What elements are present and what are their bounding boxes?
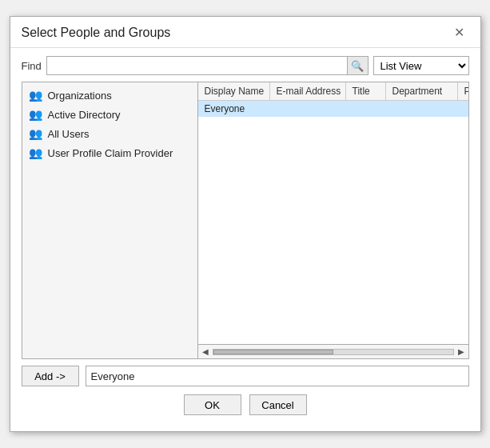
close-button[interactable]: ✕ — [449, 25, 469, 41]
scroll-track[interactable] — [213, 349, 454, 355]
tree-item-organizations[interactable]: 👥 Organizations — [22, 86, 197, 105]
tree-item-active-directory[interactable]: 👥 Active Directory — [22, 105, 197, 124]
active-directory-label: Active Directory — [48, 109, 121, 121]
selected-text-box: Everyone — [86, 366, 469, 386]
cell-display-name: Everyone — [198, 101, 270, 117]
user-profile-icon: 👥 — [29, 146, 43, 160]
scroll-right-arrow[interactable]: ▶ — [456, 347, 467, 356]
col-header-display: Display Name — [198, 82, 270, 100]
title-bar: Select People and Groups ✕ — [10, 17, 480, 48]
col-header-title: Title — [346, 82, 386, 100]
active-directory-icon: 👥 — [29, 107, 43, 122]
find-label: Find — [22, 60, 42, 72]
scroll-thumb[interactable] — [213, 350, 333, 354]
select-people-dialog: Select People and Groups ✕ Find 🔍 List V… — [10, 16, 481, 432]
table-header: Display Name E-mail Address Title Depart… — [198, 82, 468, 101]
organizations-icon: 👥 — [29, 88, 43, 102]
main-panel: 👥 Organizations 👥 Active Directory 👥 All… — [22, 82, 469, 359]
cancel-button[interactable]: Cancel — [249, 394, 307, 415]
ok-cancel-row: OK Cancel — [22, 394, 469, 423]
all-users-icon: 👥 — [29, 126, 43, 141]
find-input-wrap: 🔍 — [46, 56, 368, 75]
find-row: Find 🔍 List View Detail View — [22, 56, 469, 75]
table-row[interactable]: Everyone — [198, 101, 468, 117]
cell-title — [346, 106, 386, 111]
find-input[interactable] — [47, 57, 347, 74]
tree-item-user-profile-claim-provider[interactable]: 👥 User Profile Claim Provider — [22, 143, 197, 162]
cell-pr — [458, 106, 468, 111]
horizontal-scrollbar[interactable]: ◀ ▶ — [198, 344, 468, 358]
search-icon-button[interactable]: 🔍 — [347, 57, 368, 74]
tree-item-all-users[interactable]: 👥 All Users — [22, 124, 197, 143]
view-select[interactable]: List View Detail View — [373, 56, 469, 75]
organizations-label: Organizations — [48, 90, 112, 102]
all-users-label: All Users — [48, 128, 90, 140]
ok-button[interactable]: OK — [184, 394, 241, 415]
selected-value-text: Everyone — [91, 370, 135, 382]
table-body: Everyone — [198, 101, 468, 344]
cell-dept — [386, 106, 458, 111]
col-header-pr: Pr — [458, 82, 468, 100]
col-header-dept: Department — [386, 82, 458, 100]
scroll-left-arrow[interactable]: ◀ — [200, 347, 211, 356]
search-icon: 🔍 — [351, 60, 364, 72]
add-row: Add -> Everyone — [22, 366, 469, 386]
add-button[interactable]: Add -> — [22, 366, 79, 386]
dialog-body: Find 🔍 List View Detail View 👥 Organizat… — [10, 48, 480, 431]
col-header-email: E-mail Address — [270, 82, 346, 100]
dialog-title: Select People and Groups — [22, 26, 171, 40]
right-panel: Display Name E-mail Address Title Depart… — [198, 82, 468, 358]
cell-email — [270, 106, 346, 111]
left-panel: 👥 Organizations 👥 Active Directory 👥 All… — [22, 82, 198, 358]
user-profile-label: User Profile Claim Provider — [48, 147, 173, 159]
